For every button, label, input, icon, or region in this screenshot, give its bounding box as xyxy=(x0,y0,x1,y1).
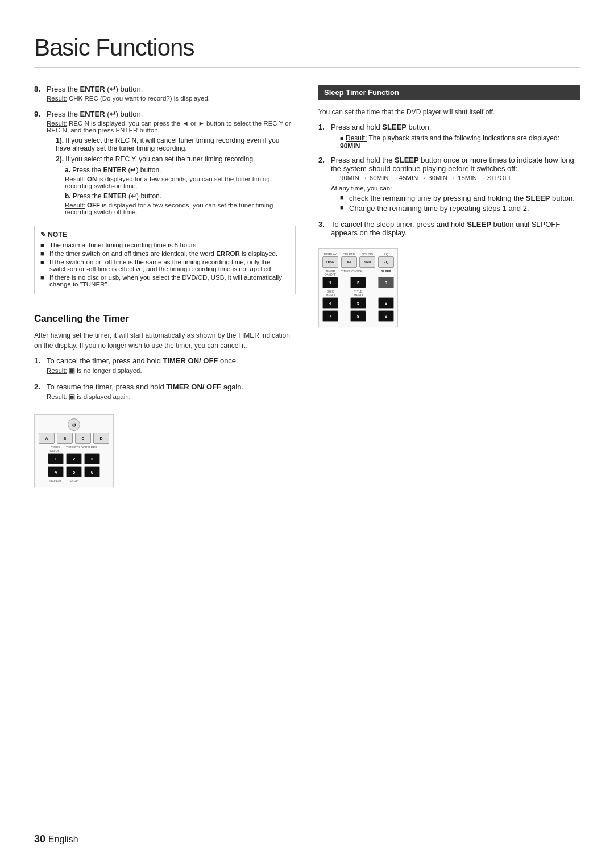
at-any-time-text-1: check the remaining time by pressing and… xyxy=(349,194,575,202)
sleep-step-1-content: Press and hold SLEEP button: ■ Result: T… xyxy=(331,123,580,150)
lbl-r-sleep: SLEEP xyxy=(378,269,394,276)
at-any-time-item-1: ■ check the remaining time by pressing a… xyxy=(340,194,580,202)
page-title: Basic Functions xyxy=(34,34,580,68)
cancel-step-1-result: Result: ▣ is no longer displayed. xyxy=(47,367,296,375)
lbl-r-timer-clock: TIMER/CLOCK xyxy=(341,269,357,276)
remote-123-labels: TIMER ON/OFF TIMER/CLOCK SLEEP xyxy=(38,446,110,452)
note-text-1: The maximal tuner timing recording time … xyxy=(49,242,198,248)
r-btn-5: 5 xyxy=(350,297,366,309)
lbl-display: DISPLAY xyxy=(322,252,338,256)
step-9-content: Press the ENTER (↵) button. Result: REC … xyxy=(47,110,296,218)
btn-2: 2 xyxy=(66,453,82,464)
remote-right-top-row: DISP DEL SND EQ xyxy=(322,256,394,268)
btn-a: A xyxy=(39,433,55,444)
note-title: ✎ NOTE xyxy=(40,231,289,239)
r-btn-3: 3 xyxy=(378,277,394,288)
lbl-r-blank xyxy=(359,269,375,276)
note-item-2: ■ If the timer switch on and off times a… xyxy=(40,250,289,257)
sub-step-2b: b. Press the ENTER (↵) button. Result: O… xyxy=(65,192,296,215)
cancelling-title: Cancelling the Timer xyxy=(34,313,296,325)
sleep-step-2-num: 2. xyxy=(318,156,327,214)
sleep-step-2-content: Press and hold the SLEEP button once or … xyxy=(331,156,580,214)
remote-right-image: DISPLAY DELETE SOUND EQ DISP DEL SND EQ xyxy=(318,248,580,327)
btn-4: 4 xyxy=(48,466,64,477)
sub-2a-result: Result: ON is displayed for a few second… xyxy=(65,176,296,189)
cancel-step-1-result-text: ▣ is no longer displayed. xyxy=(69,367,142,374)
lbl-sound: SOUND xyxy=(359,252,375,256)
remote-grid-right: DISPLAY DELETE SOUND EQ DISP DEL SND EQ xyxy=(318,248,398,327)
cancel-step-1: 1. To cancel the timer, press and hold T… xyxy=(34,356,296,377)
step-8-result: Result: CHK REC (Do you want to record?)… xyxy=(47,95,296,102)
step-9-result-label: Result: xyxy=(47,120,67,127)
at-any-time-bullet-1: ■ xyxy=(340,194,346,201)
remote-bottom-labels: REPLAY STOP xyxy=(38,479,110,483)
lbl-sleep: SLEEP xyxy=(84,446,100,452)
note-item-3: ■ If the switch-on or -off time is the s… xyxy=(40,259,289,272)
note-item-4: ■ If there is no disc or usb, when you s… xyxy=(40,274,289,288)
step-9: 9. Press the ENTER (↵) button. Result: R… xyxy=(34,110,296,218)
lbl-timer-onoff: TIMER ON/OFF xyxy=(48,446,64,452)
remote-top-area: ⏻ xyxy=(38,418,110,431)
two-column-layout: 8. Press the ENTER (↵) button. Result: C… xyxy=(34,85,580,487)
sleep-timer-heading: Sleep Timer Function xyxy=(318,85,580,100)
at-any-time-text-2: Change the remaining time by repeating s… xyxy=(349,204,529,213)
right-column: Sleep Timer Function You can set the tim… xyxy=(318,85,580,487)
step-8: 8. Press the ENTER (↵) button. Result: C… xyxy=(34,85,296,104)
r-btn-7: 7 xyxy=(322,310,338,322)
sub-step-2a: a. Press the ENTER (↵) button. Result: O… xyxy=(65,166,296,189)
sleep-step-3-text: To cancel the sleep timer, press and hol… xyxy=(331,220,560,237)
page-number: 30 English xyxy=(34,833,78,845)
sleep-step-1: 1. Press and hold SLEEP button: ■ Result… xyxy=(318,123,580,150)
section-divider xyxy=(34,306,296,306)
cancel-step-2-result-text: ▣ is displayed again. xyxy=(69,393,131,400)
lbl-disc-menu: DISC MENU xyxy=(322,290,338,297)
cancel-step-2: 2. To resume the timer, press and hold T… xyxy=(34,383,296,403)
r-btn-6: 6 xyxy=(378,297,394,309)
page-language: English xyxy=(48,834,78,844)
step-8-content: Press the ENTER (↵) button. Result: CHK … xyxy=(47,85,296,104)
step-9-text: Press the ENTER (↵) button. xyxy=(47,110,143,118)
at-any-time-bullet-2: ■ xyxy=(340,204,346,211)
remote-right-mid-labels: TIMER ON/OFF TIMER/CLOCK SLEEP xyxy=(322,269,394,276)
lbl-eq: EQ xyxy=(378,252,394,256)
sleep-step-1-text: Press and hold SLEEP button: xyxy=(331,123,431,131)
remote-right-row-789: 7 8 9 xyxy=(322,310,394,322)
btn-b: B xyxy=(57,433,73,444)
btn-delete: DEL xyxy=(341,256,357,268)
cancel-step-1-num: 1. xyxy=(34,356,43,377)
cancel-step-1-content: To cancel the timer, press and hold TIME… xyxy=(47,356,296,377)
lbl-stop: STOP xyxy=(66,479,82,483)
lbl-extra xyxy=(84,479,100,483)
lbl-r-timer-onoff: TIMER ON/OFF xyxy=(322,269,338,276)
sleep-step-3: 3. To cancel the sleep timer, press and … xyxy=(318,220,580,237)
remote-right-top-labels: DISPLAY DELETE SOUND EQ xyxy=(322,252,394,256)
step-9-result: Result: REC N is displayed, you can pres… xyxy=(47,120,296,134)
cancel-step-2-result-label: Result: xyxy=(47,393,67,400)
btn-3: 3 xyxy=(84,453,100,464)
cancel-step-2-text: To resume the timer, press and hold TIME… xyxy=(47,383,243,391)
step-9-number: 9. xyxy=(34,110,43,218)
note-box: ✎ NOTE ■ The maximal tuner timing record… xyxy=(34,226,296,294)
note-text-3: If the switch-on or -off time is the sam… xyxy=(49,259,289,272)
r-btn-1: 1 xyxy=(322,277,338,288)
sub-2b-result: Result: OFF is displayed for a few secon… xyxy=(65,202,296,215)
note-item-1: ■ The maximal tuner timing recording tim… xyxy=(40,242,289,248)
at-any-time-label: At any time, you can: xyxy=(331,185,580,192)
bullet-2: ■ xyxy=(40,250,46,257)
lbl-title-menu: TITLE MENU xyxy=(350,290,366,297)
sub-step-1: 1). If you select the REC N, it will can… xyxy=(56,136,296,152)
lbl-replay: REPLAY xyxy=(48,479,64,483)
btn-6: 6 xyxy=(84,466,100,477)
sub-step-2: 2). If you select the REC Y, you can set… xyxy=(56,155,296,215)
bullet-4: ■ xyxy=(40,274,46,281)
left-column: 8. Press the ENTER (↵) button. Result: C… xyxy=(34,85,296,487)
sleep-step-2-text: Press and hold the SLEEP button once or … xyxy=(331,156,574,173)
page-num-value: 30 xyxy=(34,833,45,845)
sleep-result-label: Result: xyxy=(346,134,367,142)
step-8-number: 8. xyxy=(34,85,43,104)
remote-grid-left: ⏻ A B C D TIMER ON/OFF TIMER/CLOCK SLEEP xyxy=(34,414,114,487)
sleep-step-1-result: ■ Result: The playback starts and the fo… xyxy=(340,134,580,150)
power-btn: ⏻ xyxy=(68,418,80,431)
sleep-sequence: 90MIN → 60MIN → 45MIN → 30MIN → 15MIN → … xyxy=(340,175,580,181)
btn-1: 1 xyxy=(48,453,64,464)
